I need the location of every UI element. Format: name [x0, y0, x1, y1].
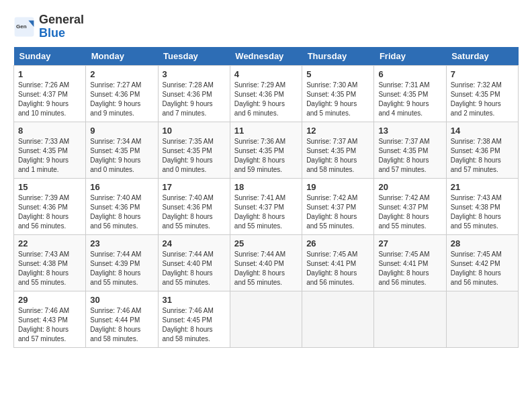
day-number: 3	[163, 69, 226, 79]
logo-icon: Gen	[13, 16, 35, 38]
day-info: Sunrise: 7:33 AMSunset: 4:35 PMDaylight:…	[18, 137, 81, 175]
day-info: Sunrise: 7:45 AMSunset: 4:41 PMDaylight:…	[306, 250, 369, 287]
day-header-thursday: Thursday	[302, 47, 374, 66]
svg-text:Gen: Gen	[16, 23, 27, 29]
day-number: 31	[163, 295, 226, 305]
day-info: Sunrise: 7:43 AMSunset: 4:38 PMDaylight:…	[451, 193, 514, 231]
day-info: Sunrise: 7:28 AMSunset: 4:36 PMDaylight:…	[163, 81, 226, 118]
calendar-table: SundayMondayTuesdayWednesdayThursdayFrid…	[13, 47, 519, 348]
day-number: 9	[90, 126, 153, 136]
day-number: 27	[378, 238, 441, 248]
calendar-cell: 3Sunrise: 7:28 AMSunset: 4:36 PMDaylight…	[158, 65, 230, 122]
logo: Gen GeneralBlue	[13, 13, 84, 40]
day-number: 13	[378, 126, 441, 136]
day-info: Sunrise: 7:46 AMSunset: 4:45 PMDaylight:…	[163, 306, 226, 344]
calendar-cell: 19Sunrise: 7:42 AMSunset: 4:37 PMDayligh…	[302, 178, 374, 234]
day-number: 20	[378, 182, 441, 192]
day-info: Sunrise: 7:38 AMSunset: 4:36 PMDaylight:…	[451, 137, 514, 175]
day-info: Sunrise: 7:39 AMSunset: 4:36 PMDaylight:…	[18, 193, 81, 231]
day-number: 5	[306, 69, 369, 79]
calendar-cell: 11Sunrise: 7:36 AMSunset: 4:35 PMDayligh…	[230, 122, 302, 178]
day-info: Sunrise: 7:46 AMSunset: 4:43 PMDaylight:…	[18, 306, 81, 344]
day-number: 7	[451, 69, 514, 79]
day-info: Sunrise: 7:36 AMSunset: 4:35 PMDaylight:…	[234, 137, 298, 175]
day-header-monday: Monday	[86, 47, 158, 66]
calendar-cell: 13Sunrise: 7:37 AMSunset: 4:35 PMDayligh…	[374, 122, 446, 178]
calendar-cell	[230, 291, 302, 347]
day-info: Sunrise: 7:26 AMSunset: 4:37 PMDaylight:…	[18, 81, 81, 118]
day-info: Sunrise: 7:40 AMSunset: 4:36 PMDaylight:…	[90, 193, 153, 231]
calendar-cell: 23Sunrise: 7:44 AMSunset: 4:39 PMDayligh…	[86, 234, 158, 291]
day-number: 6	[378, 69, 441, 79]
calendar-cell: 24Sunrise: 7:44 AMSunset: 4:40 PMDayligh…	[158, 234, 230, 291]
calendar-cell: 18Sunrise: 7:41 AMSunset: 4:37 PMDayligh…	[230, 178, 302, 234]
day-number: 24	[163, 238, 226, 248]
calendar-week-row: 29Sunrise: 7:46 AMSunset: 4:43 PMDayligh…	[14, 291, 519, 347]
calendar-cell: 8Sunrise: 7:33 AMSunset: 4:35 PMDaylight…	[14, 122, 86, 178]
day-number: 29	[18, 295, 81, 305]
day-number: 14	[451, 126, 514, 136]
day-number: 26	[306, 238, 369, 248]
day-header-friday: Friday	[374, 47, 446, 66]
day-info: Sunrise: 7:32 AMSunset: 4:35 PMDaylight:…	[451, 81, 514, 118]
day-info: Sunrise: 7:30 AMSunset: 4:35 PMDaylight:…	[306, 81, 369, 118]
calendar-cell: 30Sunrise: 7:46 AMSunset: 4:44 PMDayligh…	[86, 291, 158, 347]
day-number: 8	[18, 126, 81, 136]
day-number: 21	[451, 182, 514, 192]
calendar-cell	[374, 291, 446, 347]
calendar-cell: 9Sunrise: 7:34 AMSunset: 4:35 PMDaylight…	[86, 122, 158, 178]
calendar-week-row: 15Sunrise: 7:39 AMSunset: 4:36 PMDayligh…	[14, 178, 519, 234]
day-info: Sunrise: 7:45 AMSunset: 4:42 PMDaylight:…	[451, 250, 514, 287]
calendar-week-row: 8Sunrise: 7:33 AMSunset: 4:35 PMDaylight…	[14, 122, 519, 178]
calendar-cell	[302, 291, 374, 347]
day-number: 18	[234, 182, 298, 192]
day-info: Sunrise: 7:46 AMSunset: 4:44 PMDaylight:…	[90, 306, 153, 344]
day-info: Sunrise: 7:34 AMSunset: 4:35 PMDaylight:…	[90, 137, 153, 175]
calendar-cell: 20Sunrise: 7:42 AMSunset: 4:37 PMDayligh…	[374, 178, 446, 234]
day-number: 1	[18, 69, 81, 79]
day-header-tuesday: Tuesday	[158, 47, 230, 66]
day-info: Sunrise: 7:40 AMSunset: 4:36 PMDaylight:…	[163, 193, 226, 231]
day-number: 12	[306, 126, 369, 136]
calendar-cell: 17Sunrise: 7:40 AMSunset: 4:36 PMDayligh…	[158, 178, 230, 234]
calendar-cell: 7Sunrise: 7:32 AMSunset: 4:35 PMDaylight…	[446, 65, 518, 122]
day-info: Sunrise: 7:42 AMSunset: 4:37 PMDaylight:…	[306, 193, 369, 231]
day-header-saturday: Saturday	[446, 47, 518, 66]
day-info: Sunrise: 7:44 AMSunset: 4:40 PMDaylight:…	[234, 250, 298, 287]
day-header-sunday: Sunday	[14, 47, 86, 66]
day-number: 16	[90, 182, 153, 192]
day-info: Sunrise: 7:37 AMSunset: 4:35 PMDaylight:…	[378, 137, 441, 175]
calendar-cell: 14Sunrise: 7:38 AMSunset: 4:36 PMDayligh…	[446, 122, 518, 178]
day-number: 23	[90, 238, 153, 248]
day-info: Sunrise: 7:29 AMSunset: 4:36 PMDaylight:…	[234, 81, 298, 118]
day-number: 15	[18, 182, 81, 192]
day-info: Sunrise: 7:43 AMSunset: 4:38 PMDaylight:…	[18, 250, 81, 287]
calendar-cell: 2Sunrise: 7:27 AMSunset: 4:36 PMDaylight…	[86, 65, 158, 122]
day-number: 25	[234, 238, 298, 248]
calendar-cell: 21Sunrise: 7:43 AMSunset: 4:38 PMDayligh…	[446, 178, 518, 234]
calendar-cell: 6Sunrise: 7:31 AMSunset: 4:35 PMDaylight…	[374, 65, 446, 122]
calendar-cell: 27Sunrise: 7:45 AMSunset: 4:41 PMDayligh…	[374, 234, 446, 291]
calendar-cell: 16Sunrise: 7:40 AMSunset: 4:36 PMDayligh…	[86, 178, 158, 234]
calendar-cell: 15Sunrise: 7:39 AMSunset: 4:36 PMDayligh…	[14, 178, 86, 234]
day-info: Sunrise: 7:31 AMSunset: 4:35 PMDaylight:…	[378, 81, 441, 118]
calendar-cell: 4Sunrise: 7:29 AMSunset: 4:36 PMDaylight…	[230, 65, 302, 122]
day-number: 22	[18, 238, 81, 248]
day-info: Sunrise: 7:45 AMSunset: 4:41 PMDaylight:…	[378, 250, 441, 287]
day-info: Sunrise: 7:27 AMSunset: 4:36 PMDaylight:…	[90, 81, 153, 118]
calendar-cell: 28Sunrise: 7:45 AMSunset: 4:42 PMDayligh…	[446, 234, 518, 291]
calendar-cell	[446, 291, 518, 347]
calendar-cell: 5Sunrise: 7:30 AMSunset: 4:35 PMDaylight…	[302, 65, 374, 122]
day-number: 4	[234, 69, 298, 79]
day-number: 28	[451, 238, 514, 248]
day-header-wednesday: Wednesday	[230, 47, 302, 66]
day-info: Sunrise: 7:44 AMSunset: 4:39 PMDaylight:…	[90, 250, 153, 287]
day-number: 17	[163, 182, 226, 192]
day-number: 11	[234, 126, 298, 136]
day-info: Sunrise: 7:41 AMSunset: 4:37 PMDaylight:…	[234, 193, 298, 231]
calendar-week-row: 1Sunrise: 7:26 AMSunset: 4:37 PMDaylight…	[14, 65, 519, 122]
calendar-week-row: 22Sunrise: 7:43 AMSunset: 4:38 PMDayligh…	[14, 234, 519, 291]
page-header: Gen GeneralBlue	[13, 13, 519, 40]
day-info: Sunrise: 7:44 AMSunset: 4:40 PMDaylight:…	[163, 250, 226, 287]
day-info: Sunrise: 7:42 AMSunset: 4:37 PMDaylight:…	[378, 193, 441, 231]
